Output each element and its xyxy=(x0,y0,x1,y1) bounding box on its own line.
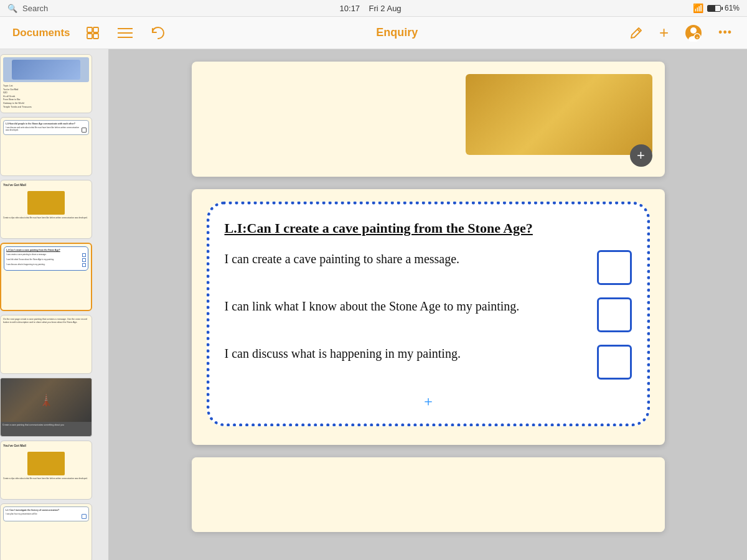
objective-text-3: I can discuss what is happening in my pa… xyxy=(225,345,597,362)
slide-1-text: Topic: ListYou've Got MailS2DIt's all Gr… xyxy=(3,85,89,109)
toolbar-title: Enquiry xyxy=(376,26,418,39)
objective-row-3: I can discuss what is happening in my pa… xyxy=(225,345,632,380)
slide-thumb-wrapper-1: 1 Topic: ListYou've Got MailS2DIt's all … xyxy=(0,54,108,113)
slide-top-partial: + xyxy=(192,62,665,177)
slide-8-text: I can plan how my presentation will be xyxy=(6,513,82,515)
envelope-image xyxy=(466,74,652,155)
slide-6-text: Create a cave painting that communicates… xyxy=(1,422,92,428)
slide-thumb-wrapper-4: 4 L.I:Can I create a cave painting from … xyxy=(0,243,108,311)
slide-5-text: On the next page create a cave painting … xyxy=(3,318,89,325)
eiffel-icon: 🗼 xyxy=(39,393,53,407)
slide-4-row-1: I can create a cave painting to share a … xyxy=(6,253,86,257)
slide-thumb-wrapper-3: 3 You've Got Mail Create a clips video a… xyxy=(0,180,108,239)
slide-thumb-wrapper-8: 8 L.I: Can I investigate the history of … xyxy=(0,503,108,560)
toolbar-right: + + ••• xyxy=(627,21,735,45)
status-bar: 🔍 Search 10:17 Fri 2 Aug 📶 61% xyxy=(0,0,747,17)
slide-4-check-3 xyxy=(82,263,86,267)
objective-checkbox-2[interactable] xyxy=(597,297,632,332)
undo-button[interactable] xyxy=(148,24,167,42)
battery-indicator xyxy=(707,5,721,12)
objective-row-2: I can link what I know about the Stone A… xyxy=(225,297,632,332)
slide-4-obj-1: I can create a cave painting to share a … xyxy=(6,253,82,256)
slide-thumb-wrapper-2: 2 L.I:How did people in the Stone Age co… xyxy=(0,117,108,176)
add-button[interactable]: + xyxy=(657,21,671,45)
learning-title: L.I:Can I create a cave painting from th… xyxy=(225,220,632,238)
main-layout: 1 Topic: ListYou've Got MailS2DIt's all … xyxy=(0,49,747,560)
list-view-button[interactable] xyxy=(115,25,135,41)
slide-7-text: Create a clips video about what life mus… xyxy=(3,477,88,480)
slide-thumb-wrapper-7: 7 You've Got Mail Create a clips video a… xyxy=(0,441,108,500)
slide-2-checkbox xyxy=(82,128,87,133)
slide-thumbnail-8[interactable]: L.I: Can I investigate the history of co… xyxy=(0,503,92,560)
slide-add-content-button[interactable]: ＋ xyxy=(421,392,435,411)
slide-4-check-2 xyxy=(82,258,86,262)
slide-4-obj-3: I can discuss what is happening in my pa… xyxy=(6,263,82,266)
slide-add-content-top[interactable]: + xyxy=(630,144,652,167)
slide-thumbnail-7[interactable]: You've Got Mail Create a clips video abo… xyxy=(0,441,92,500)
slide-8-checkbox xyxy=(82,514,87,519)
svg-point-9 xyxy=(690,27,697,34)
toolbar: Documents Enquiry xyxy=(0,17,747,49)
slide-7-title: You've Got Mail xyxy=(3,444,26,447)
top-partial-content xyxy=(192,62,665,155)
bottom-partial-bg xyxy=(192,457,665,532)
slide-4-title: L.I:Can I create a cave painting from th… xyxy=(6,249,86,251)
slide-3-title: You've Got Mail xyxy=(3,183,26,187)
more-options-button[interactable]: ••• xyxy=(716,24,735,42)
slide-thumbnail-5[interactable]: On the next page create a cave painting … xyxy=(0,315,92,374)
slide-thumbnail-1[interactable]: Topic: ListYou've Got MailS2DIt's all Gr… xyxy=(0,54,92,113)
layout-toggle-button[interactable] xyxy=(83,23,103,43)
slide-4-row-2: I can link what I know about the Stone A… xyxy=(6,258,86,262)
slide-4-main: L.I:Can I create a cave painting from th… xyxy=(192,189,665,445)
slide-8-title: L.I: Can I investigate the history of co… xyxy=(6,509,87,511)
slide-thumb-wrapper-5: 5 On the next page create a cave paintin… xyxy=(0,315,108,374)
svg-rect-2 xyxy=(87,34,92,39)
wifi-icon: 📶 xyxy=(693,3,703,13)
svg-text:+: + xyxy=(696,35,699,40)
slide-4-inner: L.I:Can I create a cave painting from th… xyxy=(4,246,88,271)
slide-thumbnail-4[interactable]: L.I:Can I create a cave painting from th… xyxy=(0,243,92,311)
status-right: 📶 61% xyxy=(693,3,740,13)
canvas-area[interactable]: + L.I:Can I create a cave painting from … xyxy=(109,49,747,560)
slide-8-inner: L.I: Can I investigate the history of co… xyxy=(3,506,89,521)
add-icon: + xyxy=(659,23,669,42)
slide-bottom-partial xyxy=(192,457,665,532)
search-label[interactable]: Search xyxy=(22,4,48,13)
slide-4-row-3: I can discuss what is happening in my pa… xyxy=(6,263,86,267)
slide-2-title: L.I:How did people in the Stone Age comm… xyxy=(6,123,87,125)
add-content-icon: ＋ xyxy=(421,393,435,409)
profile-button[interactable]: + xyxy=(682,22,705,44)
slide-3-envelope xyxy=(27,191,65,215)
status-date: Fri 2 Aug xyxy=(369,4,402,13)
battery-fill xyxy=(708,6,715,11)
objective-row-1: I can create a cave painting to share a … xyxy=(225,250,632,285)
objective-checkbox-1[interactable] xyxy=(597,250,632,285)
slide-thumbnail-6[interactable]: 🗼 Create a cave painting that communicat… xyxy=(0,378,92,437)
slide-2-content: I can discuss and write about what life … xyxy=(6,126,87,133)
documents-link[interactable]: Documents xyxy=(12,27,70,39)
slide-6-image: 🗼 xyxy=(1,378,92,422)
slide-panel[interactable]: 1 Topic: ListYou've Got MailS2DIt's all … xyxy=(0,49,109,560)
slide-7-envelope xyxy=(27,452,65,475)
toolbar-left: Documents xyxy=(12,23,167,43)
slide-4-obj-2: I can link what I know about the Stone A… xyxy=(6,258,82,261)
slide-thumb-wrapper-6: 6 🗼 Create a cave painting that communic… xyxy=(0,378,108,437)
search-icon: 🔍 xyxy=(7,4,17,13)
objective-text-1: I can create a cave painting to share a … xyxy=(225,250,597,268)
slide-thumbnail-2[interactable]: L.I:How did people in the Stone Age comm… xyxy=(0,117,92,176)
slide-thumbnail-3[interactable]: You've Got Mail Create a clips video abo… xyxy=(0,180,92,239)
add-content-icon-top: + xyxy=(637,147,645,164)
objective-checkbox-3[interactable] xyxy=(597,345,632,380)
slide-2-text: I can discuss and write about what life … xyxy=(6,126,82,131)
status-left: 🔍 Search xyxy=(7,4,48,13)
objective-text-2: I can link what I know about the Stone A… xyxy=(225,297,597,315)
slide-4-check-1 xyxy=(82,253,86,257)
status-time-date: 10:17 Fri 2 Aug xyxy=(340,4,402,13)
slide-2-inner: L.I:How did people in the Stone Age comm… xyxy=(3,120,89,135)
slide-3-text: Create a clips video about what life mus… xyxy=(3,217,88,219)
pencil-tool-button[interactable] xyxy=(627,24,646,42)
slide-8-content: I can plan how my presentation will be xyxy=(6,513,87,519)
battery-percent: 61% xyxy=(725,4,740,12)
status-time: 10:17 xyxy=(340,4,360,13)
slide-1-image xyxy=(3,57,89,82)
